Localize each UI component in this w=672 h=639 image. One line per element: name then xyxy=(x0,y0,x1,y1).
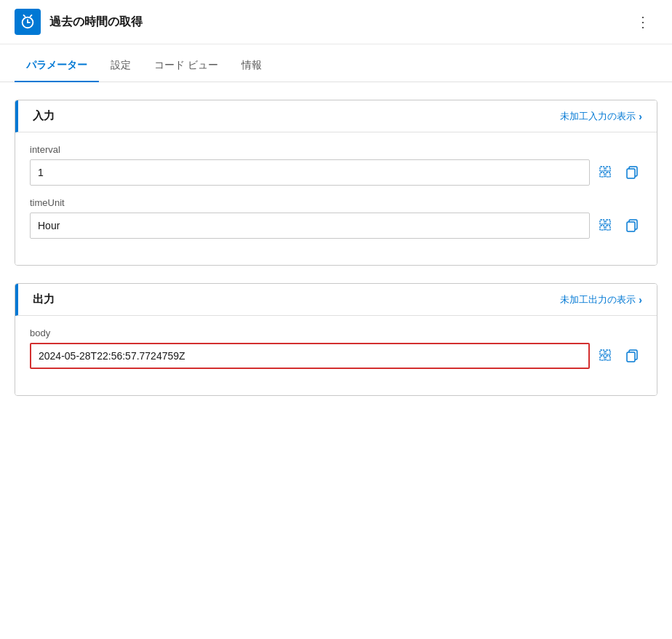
timeunit-copy-button[interactable] xyxy=(622,215,642,236)
output-card-title: 出力 xyxy=(33,293,55,306)
body-field-row: 2024-05-28T22:56:57.7724759Z xyxy=(30,343,642,369)
raw-input-link-label: 未加工入力の表示 xyxy=(560,110,636,123)
timeunit-field-group: timeUnit Hour xyxy=(30,197,642,239)
app-icon xyxy=(15,9,41,35)
svg-rect-5 xyxy=(600,172,604,177)
raw-output-link[interactable]: 未加工出力の表示 › xyxy=(560,293,642,306)
more-options-button[interactable]: ⋮ xyxy=(630,10,657,33)
raw-output-link-label: 未加工出力の表示 xyxy=(560,293,636,306)
copy-icon xyxy=(625,349,639,362)
input-card: 入力 未加工入力の表示 › interval 1 xyxy=(15,100,657,266)
tab-params[interactable]: パラメーター xyxy=(15,50,99,82)
body-grid-button[interactable] xyxy=(596,346,616,366)
timeunit-field-row: Hour xyxy=(30,213,642,239)
tab-codeview[interactable]: コード ビュー xyxy=(143,50,230,82)
tab-info[interactable]: 情報 xyxy=(230,50,273,82)
tab-settings[interactable]: 設定 xyxy=(99,50,143,82)
svg-rect-12 xyxy=(606,226,610,230)
body-copy-button[interactable] xyxy=(622,346,642,366)
tabs-bar: パラメーター 設定 コード ビュー 情報 xyxy=(0,50,672,82)
raw-input-link[interactable]: 未加工入力の表示 › xyxy=(560,110,642,123)
interval-label: interval xyxy=(30,144,642,155)
body-value: 2024-05-28T22:56:57.7724759Z xyxy=(39,350,185,362)
grid-icon xyxy=(599,349,612,362)
input-card-title: 入力 xyxy=(33,109,55,123)
svg-rect-6 xyxy=(606,172,610,177)
svg-rect-10 xyxy=(606,220,610,224)
interval-input[interactable]: 1 xyxy=(30,159,590,186)
output-card-body: body 2024-05-28T22:56:57.7724759Z xyxy=(15,316,657,395)
interval-field-group: interval 1 xyxy=(30,144,642,186)
timeunit-label: timeUnit xyxy=(30,197,642,208)
copy-icon xyxy=(625,166,639,179)
svg-rect-20 xyxy=(627,352,635,362)
input-card-body: interval 1 xyxy=(15,132,657,265)
timeunit-input[interactable]: Hour xyxy=(30,213,590,239)
copy-icon xyxy=(625,219,639,232)
interval-copy-button[interactable] xyxy=(622,162,642,183)
body-label: body xyxy=(30,328,642,338)
svg-rect-15 xyxy=(600,350,604,354)
input-card-header: 入力 未加工入力の表示 › xyxy=(15,100,657,132)
timeunit-grid-button[interactable] xyxy=(596,215,616,236)
svg-rect-14 xyxy=(627,222,635,231)
page-title: 過去の時間の取得 xyxy=(49,15,143,30)
main-content: 入力 未加工入力の表示 › interval 1 xyxy=(0,82,672,431)
timeunit-value: Hour xyxy=(38,220,60,231)
svg-rect-11 xyxy=(600,226,604,230)
grid-icon xyxy=(599,219,612,232)
svg-rect-16 xyxy=(606,350,610,354)
svg-rect-8 xyxy=(627,169,635,178)
body-field-group: body 2024-05-28T22:56:57.7724759Z xyxy=(30,328,642,369)
svg-rect-4 xyxy=(606,167,610,171)
svg-rect-18 xyxy=(606,356,610,360)
output-card-header: 出力 未加工出力の表示 › xyxy=(15,284,657,316)
interval-grid-button[interactable] xyxy=(596,162,616,183)
body-input[interactable]: 2024-05-28T22:56:57.7724759Z xyxy=(30,343,590,369)
output-card: 出力 未加工出力の表示 › body 2024-05-28T22:56:57.7… xyxy=(15,283,657,396)
interval-value: 1 xyxy=(38,167,44,178)
header-left: 過去の時間の取得 xyxy=(15,9,143,35)
svg-rect-17 xyxy=(600,356,604,360)
raw-output-chevron-icon: › xyxy=(639,294,642,306)
svg-rect-3 xyxy=(600,167,604,171)
raw-input-chevron-icon: › xyxy=(639,111,642,122)
svg-rect-9 xyxy=(600,220,604,224)
app-header: 過去の時間の取得 ⋮ xyxy=(0,0,672,44)
interval-field-row: 1 xyxy=(30,159,642,186)
grid-icon xyxy=(599,166,612,179)
